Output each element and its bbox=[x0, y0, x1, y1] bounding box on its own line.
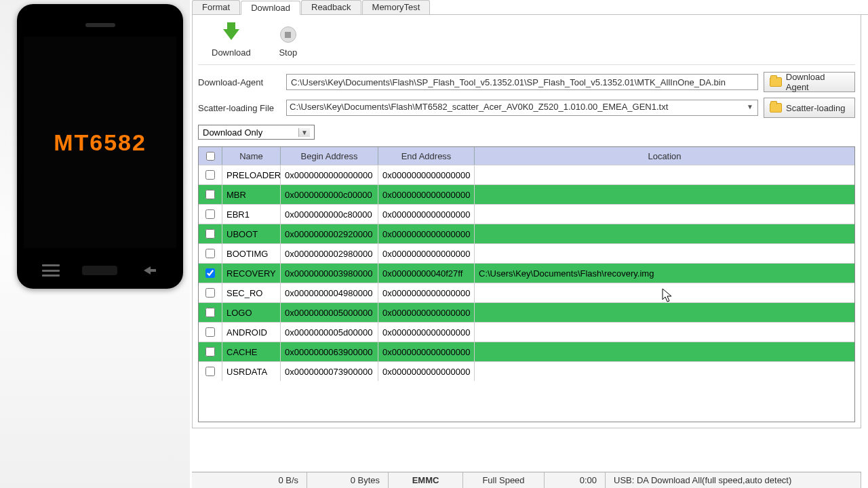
table-row[interactable]: EBR10x0000000000c800000x0000000000000000 bbox=[199, 204, 854, 224]
row-begin: 0x0000000000c00000 bbox=[281, 185, 378, 204]
stop-icon bbox=[278, 24, 298, 45]
download-mode-select[interactable]: Download Only bbox=[198, 125, 315, 140]
row-begin: 0x0000000063900000 bbox=[281, 342, 378, 361]
status-bar: 0 B/s 0 Bytes EMMC Full Speed 0:00 USB: … bbox=[192, 472, 861, 488]
scatter-file-row: Scatter-loading File C:\Users\Key\Docume… bbox=[198, 98, 855, 118]
phone-chip-label: MT6582 bbox=[54, 129, 146, 156]
table-header: Name Begin Address End Address Location bbox=[199, 147, 854, 165]
row-begin: 0x0000000003980000 bbox=[281, 264, 378, 283]
row-name: SEC_RO bbox=[222, 283, 281, 302]
tab-readback[interactable]: Readback bbox=[301, 0, 361, 14]
row-location bbox=[475, 303, 854, 322]
back-icon bbox=[140, 265, 158, 276]
header-end[interactable]: End Address bbox=[378, 147, 475, 165]
stop-button[interactable]: Stop bbox=[278, 24, 298, 58]
menu-icon bbox=[42, 264, 60, 277]
row-end: 0x0000000000000000 bbox=[378, 303, 475, 322]
row-location bbox=[475, 224, 854, 243]
row-location: C:\Users\Key\Documents\Flash\recovery.im… bbox=[475, 264, 854, 283]
row-begin: 0x0000000005d00000 bbox=[281, 323, 378, 342]
download-agent-button[interactable]: Download Agent bbox=[764, 72, 855, 92]
left-panel: IM MT6582 bbox=[0, 0, 190, 488]
row-end: 0x0000000000000000 bbox=[378, 323, 475, 342]
folder-icon bbox=[770, 77, 782, 87]
status-bytes: 0 Bytes bbox=[307, 472, 389, 488]
download-agent-input[interactable] bbox=[286, 74, 758, 90]
row-checkbox[interactable] bbox=[199, 323, 222, 342]
table-row[interactable]: LOGO0x00000000050000000x0000000000000000 bbox=[199, 302, 854, 322]
tab-format[interactable]: Format bbox=[192, 0, 240, 14]
status-speed: 0 B/s bbox=[192, 472, 307, 488]
scatter-file-label: Scatter-loading File bbox=[198, 103, 281, 113]
row-name: LOGO bbox=[222, 303, 281, 322]
row-location bbox=[475, 323, 854, 342]
row-begin: 0x0000000073900000 bbox=[281, 362, 378, 381]
row-checkbox[interactable] bbox=[199, 342, 222, 361]
row-checkbox[interactable] bbox=[199, 224, 222, 243]
row-end: 0x0000000000000000 bbox=[378, 185, 475, 204]
partition-table: Name Begin Address End Address Location … bbox=[198, 146, 855, 422]
row-checkbox[interactable] bbox=[199, 244, 222, 263]
table-row[interactable]: CACHE0x00000000639000000x000000000000000… bbox=[199, 342, 854, 361]
row-end: 0x0000000000000000 bbox=[378, 165, 475, 184]
phone-speaker bbox=[85, 23, 115, 27]
row-name: EBR1 bbox=[222, 205, 281, 224]
table-empty-area bbox=[199, 381, 854, 422]
row-name: CACHE bbox=[222, 342, 281, 361]
tab-bar: Format Download Readback MemoryTest bbox=[192, 0, 868, 15]
row-checkbox[interactable] bbox=[199, 303, 222, 322]
header-name[interactable]: Name bbox=[222, 147, 281, 165]
scatter-file-select[interactable]: C:\Users\Key\Documents\Flash\MT6582_scat… bbox=[286, 100, 758, 116]
phone-navbar bbox=[17, 264, 183, 277]
row-name: BOOTIMG bbox=[222, 244, 281, 263]
row-name: UBOOT bbox=[222, 224, 281, 243]
table-row[interactable]: SEC_RO0x00000000049800000x00000000000000… bbox=[199, 283, 854, 302]
table-row[interactable]: PRELOADER0x00000000000000000x00000000000… bbox=[199, 165, 854, 184]
row-name: ANDROID bbox=[222, 323, 281, 342]
row-location bbox=[475, 165, 854, 184]
home-icon bbox=[82, 266, 117, 275]
download-agent-label: Download-Agent bbox=[198, 77, 281, 87]
download-icon bbox=[221, 24, 241, 45]
header-begin[interactable]: Begin Address bbox=[281, 147, 378, 165]
row-checkbox[interactable] bbox=[199, 205, 222, 224]
tab-memorytest[interactable]: MemoryTest bbox=[362, 0, 431, 14]
row-location bbox=[475, 362, 854, 381]
row-begin: 0x0000000002920000 bbox=[281, 224, 378, 243]
table-row[interactable]: MBR0x0000000000c000000x0000000000000000 bbox=[199, 184, 854, 204]
row-checkbox[interactable] bbox=[199, 283, 222, 302]
download-tab-content: Download Stop Download-Agent Download Ag… bbox=[192, 15, 861, 428]
table-body: PRELOADER0x00000000000000000x00000000000… bbox=[199, 165, 854, 381]
row-name: PRELOADER bbox=[222, 165, 281, 184]
row-end: 0x00000000040f27ff bbox=[378, 264, 475, 283]
row-begin: 0x0000000002980000 bbox=[281, 244, 378, 263]
row-checkbox[interactable] bbox=[199, 264, 222, 283]
status-time: 0:00 bbox=[545, 472, 606, 488]
row-name: USRDATA bbox=[222, 362, 281, 381]
header-checkbox[interactable] bbox=[199, 147, 222, 165]
table-row[interactable]: UBOOT0x00000000029200000x000000000000000… bbox=[199, 224, 854, 243]
table-row[interactable]: RECOVERY0x00000000039800000x00000000040f… bbox=[199, 263, 854, 283]
row-begin: 0x0000000000000000 bbox=[281, 165, 378, 184]
row-checkbox[interactable] bbox=[199, 185, 222, 204]
download-agent-row: Download-Agent Download Agent bbox=[198, 72, 855, 92]
row-checkbox[interactable] bbox=[199, 165, 222, 184]
download-button[interactable]: Download bbox=[212, 24, 251, 58]
table-row[interactable]: USRDATA0x00000000739000000x0000000000000… bbox=[199, 361, 854, 381]
phone-screen: MT6582 bbox=[24, 37, 176, 248]
row-end: 0x0000000000000000 bbox=[378, 205, 475, 224]
row-begin: 0x0000000004980000 bbox=[281, 283, 378, 302]
table-row[interactable]: BOOTIMG0x00000000029800000x0000000000000… bbox=[199, 243, 854, 263]
status-mode: USB: DA Download All(full speed,auto det… bbox=[606, 472, 861, 488]
scatter-loading-button[interactable]: Scatter-loading bbox=[764, 98, 855, 118]
table-row[interactable]: ANDROID0x0000000005d000000x0000000000000… bbox=[199, 322, 854, 342]
row-end: 0x0000000000000000 bbox=[378, 283, 475, 302]
toolbar: Download Stop bbox=[198, 20, 855, 65]
folder-icon bbox=[770, 103, 782, 113]
row-checkbox[interactable] bbox=[199, 362, 222, 381]
row-location bbox=[475, 185, 854, 204]
row-name: MBR bbox=[222, 185, 281, 204]
header-location[interactable]: Location bbox=[475, 147, 854, 165]
tab-download[interactable]: Download bbox=[241, 1, 300, 15]
row-begin: 0x0000000005000000 bbox=[281, 303, 378, 322]
